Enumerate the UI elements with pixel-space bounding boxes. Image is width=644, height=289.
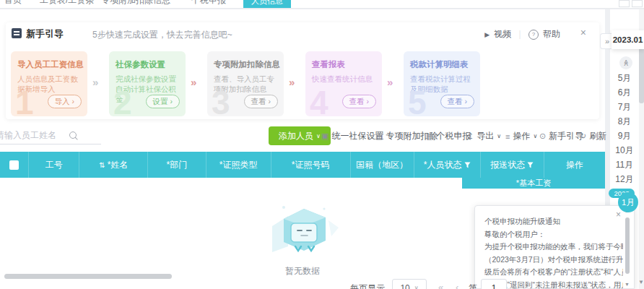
per-page-value: 10 bbox=[400, 283, 409, 289]
popup-body-line: 级后会将所有个税客户的“注册状态”和“人员报 bbox=[484, 266, 623, 279]
top-tab-active-label: 人员信息 bbox=[251, 0, 283, 5]
guide-close-icon[interactable]: × bbox=[580, 27, 586, 38]
column-label: 操作 bbox=[566, 159, 583, 171]
column-person-status: *人员状态 bbox=[414, 152, 481, 178]
select-all-checkbox[interactable] bbox=[9, 160, 19, 170]
action-label: 刷新 bbox=[589, 130, 606, 142]
column-base-salary: *基本工资 bbox=[462, 178, 605, 189]
step-title: 导入员工工资信息 bbox=[17, 59, 81, 70]
column-label: 工号 bbox=[45, 159, 63, 171]
column-actions: 操作 bbox=[544, 152, 605, 178]
popup-greeting: 尊敬的个税用户： bbox=[484, 228, 623, 241]
step-separator-icon: » bbox=[289, 76, 295, 88]
step-title: 税款计算明细表 bbox=[410, 59, 474, 70]
column-label: *人员状态 bbox=[424, 159, 462, 171]
help-link[interactable]: 帮助 bbox=[543, 28, 560, 40]
scroll-up-icon[interactable]: ≫ bbox=[619, 56, 632, 69]
sidebar-scrollbar bbox=[639, 9, 644, 289]
top-tab-home[interactable]: 首页 bbox=[4, 0, 22, 7]
top-tab-3[interactable]: 个税申报 bbox=[191, 0, 226, 7]
tax-filing-button[interactable]: ▤ 个税申报 bbox=[426, 130, 471, 142]
month-item-oct[interactable]: 10月 bbox=[610, 143, 639, 158]
view-button[interactable]: 查看 › bbox=[244, 95, 278, 108]
step-title: 查看报表 bbox=[312, 59, 375, 70]
column-department: *部门 bbox=[148, 152, 206, 178]
view-button[interactable]: 查看 › bbox=[440, 95, 474, 108]
month-item-sep[interactable]: 9月 bbox=[610, 129, 639, 143]
tab-scroll-right-button[interactable] bbox=[632, 0, 643, 7]
month-item-may[interactable]: 5月 bbox=[610, 71, 639, 85]
scroll-down-icon[interactable]: ▼ bbox=[638, 279, 644, 285]
settings-button[interactable]: 设置 › bbox=[146, 95, 180, 108]
view-button[interactable]: 查看 › bbox=[342, 95, 376, 108]
guide-step-1-card: 导入员工工资信息 人员信息及工资数据新增导入 1 导入 › bbox=[11, 51, 87, 116]
popup-scroll-down-icon[interactable]: ▼ bbox=[625, 282, 630, 287]
step-title: 社保参数设置 bbox=[116, 59, 179, 70]
filter-icon[interactable] bbox=[527, 162, 534, 168]
import-button[interactable]: 导入 › bbox=[48, 95, 82, 108]
help-icon: ? bbox=[528, 30, 539, 40]
month-item-dec[interactable]: 12月 bbox=[610, 172, 639, 186]
month-item-jul[interactable]: 7月 bbox=[610, 100, 639, 114]
chevron-down-icon: ∨ bbox=[414, 285, 419, 289]
column-label: 国籍（地区） bbox=[356, 159, 408, 171]
column-label: *部门 bbox=[167, 159, 188, 171]
chevron-down-icon: ∨ bbox=[497, 133, 501, 139]
column-label: *证照号码 bbox=[292, 159, 330, 171]
add-person-label: 添加人员 bbox=[279, 130, 313, 142]
step-number: 4 bbox=[310, 83, 328, 116]
popup-scrollbar: ▲ ▼ bbox=[624, 208, 631, 287]
current-period-label: 2023.01 bbox=[612, 30, 644, 49]
social-security-settings-button[interactable]: ▣ 统一社保设置 bbox=[321, 130, 383, 142]
column-id-number: *证照号码 bbox=[271, 152, 351, 178]
month-item-jun[interactable]: 6月 bbox=[610, 85, 639, 100]
column-employee-id: 工号 bbox=[29, 152, 79, 178]
first-page-icon[interactable]: « bbox=[438, 282, 443, 289]
select-all-cell bbox=[0, 152, 29, 178]
table-header: 工号 ⇅ *姓名 *部门 *证照类型 *证照号码 国籍（地区） *人员状态 报送… bbox=[0, 152, 605, 178]
divider: ｜ bbox=[515, 28, 524, 40]
search-icon[interactable] bbox=[69, 131, 77, 139]
action-label: 操作 bbox=[513, 130, 530, 142]
empty-illustration-icon bbox=[259, 199, 346, 259]
sort-icon[interactable]: ⇅ bbox=[99, 161, 105, 169]
step-separator-icon: » bbox=[92, 76, 98, 88]
filter-icon[interactable] bbox=[464, 162, 471, 168]
step-number: 5 bbox=[408, 83, 427, 116]
column-label: *基本工资 bbox=[516, 178, 551, 189]
month-item-nov[interactable]: 11月 bbox=[610, 158, 639, 172]
action-label: 新手引导 bbox=[549, 130, 583, 142]
page-number-input[interactable] bbox=[481, 279, 507, 289]
guide-book-icon bbox=[12, 28, 22, 38]
operations-button[interactable]: ≡ 操作 ∨ bbox=[505, 130, 537, 142]
pagination-bar: 每页显示 10 ∨ « ‹ 第 bbox=[0, 278, 605, 289]
top-tab-active[interactable]: 人员信息 bbox=[243, 0, 291, 8]
refresh-icon: ↻ bbox=[580, 131, 586, 141]
column-label: *姓名 bbox=[108, 159, 129, 171]
refresh-button[interactable]: ↻ 刷新 bbox=[580, 130, 606, 142]
month-item-aug[interactable]: 8月 bbox=[610, 114, 639, 129]
guide-icon: ⊙ bbox=[539, 131, 546, 141]
tax-filing-icon: ▤ bbox=[426, 131, 433, 141]
current-month-item[interactable]: 1月 bbox=[618, 192, 638, 212]
action-label: 个税申报 bbox=[436, 130, 471, 142]
top-tab-1[interactable]: 工资表/工资条 bbox=[40, 0, 94, 7]
guide-step-4-card: 查看报表 快速查看统计信息 4 查看 › bbox=[305, 51, 382, 116]
per-page-select[interactable]: 10 ∨ bbox=[392, 279, 427, 289]
popup-scrollbar-thumb[interactable] bbox=[625, 217, 630, 274]
export-button[interactable]: ↥ 导出 ∨ bbox=[467, 130, 501, 142]
action-label: 导出 bbox=[477, 130, 494, 142]
step-number: 2 bbox=[113, 83, 132, 116]
top-tab-2[interactable]: 专项附加扣除信息 bbox=[101, 0, 170, 7]
column-report-status: 报送状态 bbox=[481, 152, 544, 178]
popup-body-line: 为提升个税申报功能的效率，我们将于今晚9点后 bbox=[484, 241, 623, 254]
prev-page-icon[interactable]: ‹ bbox=[456, 282, 458, 289]
tab-scroll-left-button[interactable] bbox=[619, 0, 630, 7]
video-link[interactable]: 视频 bbox=[494, 28, 511, 40]
popup-title: 个税申报功能升级通知 bbox=[484, 215, 623, 228]
search-input[interactable] bbox=[0, 128, 101, 144]
guide-step-3-card: 专项附加扣除信息 查看、导入员工专项附加扣除信息 3 查看 › bbox=[207, 51, 284, 116]
novice-guide-button[interactable]: ⊙ 新手引导 bbox=[539, 130, 583, 142]
social-security-icon: ▣ bbox=[321, 131, 328, 141]
page-prefix-label: 第 bbox=[469, 282, 477, 289]
